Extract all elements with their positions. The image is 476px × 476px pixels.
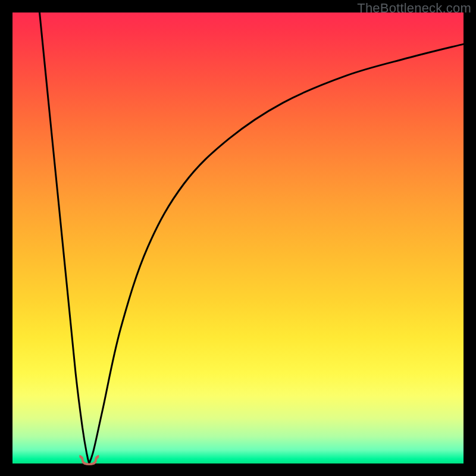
optimal-marker <box>80 455 99 465</box>
curve-right-branch <box>89 44 464 464</box>
chart-svg <box>12 12 464 464</box>
curve-left-branch <box>40 12 89 464</box>
